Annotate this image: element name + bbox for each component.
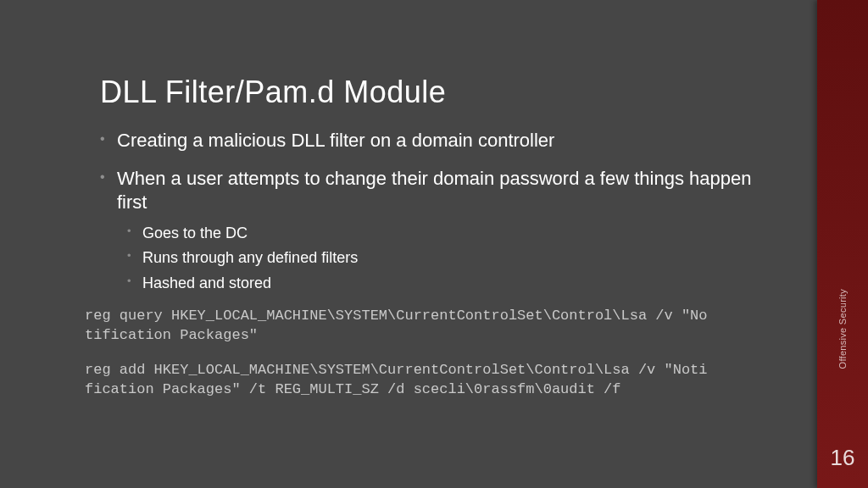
page-number: 16 xyxy=(831,445,855,471)
slide-content: DLL Filter/Pam.d Module Creating a malic… xyxy=(0,0,817,488)
sidebar: Offensive Security 16 xyxy=(817,0,868,488)
bullet-item: Creating a malicious DLL filter on a dom… xyxy=(100,129,783,153)
sub-bullet-item: Runs through any defined filters xyxy=(127,248,783,268)
bullet-list: Creating a malicious DLL filter on a dom… xyxy=(100,129,783,293)
sub-bullet-item: Hashed and stored xyxy=(127,274,783,293)
sub-bullet-item: Goes to the DC xyxy=(127,224,783,243)
bullet-item: When a user attempts to change their dom… xyxy=(100,167,783,293)
sub-bullet-list: Goes to the DC Runs through any defined … xyxy=(127,224,783,293)
code-block-2: reg add HKEY_LOCAL_MACHINE\SYSTEM\Curren… xyxy=(85,361,712,400)
bullet-text: Creating a malicious DLL filter on a dom… xyxy=(117,130,554,151)
code-block-1: reg query HKEY_LOCAL_MACHINE\SYSTEM\Curr… xyxy=(85,307,712,346)
bullet-text: When a user attempts to change their dom… xyxy=(117,168,751,214)
sidebar-label: Offensive Security xyxy=(837,289,848,369)
slide-title: DLL Filter/Pam.d Module xyxy=(100,75,783,110)
